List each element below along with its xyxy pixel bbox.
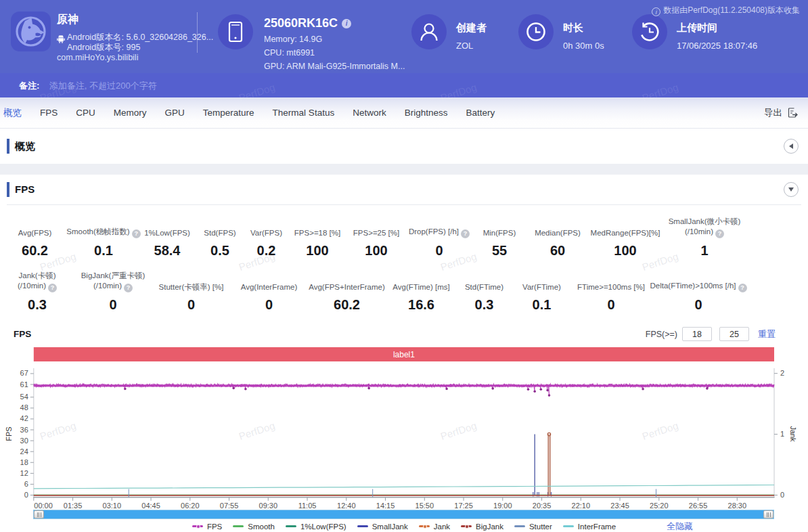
reset-button[interactable]: 重置	[758, 328, 776, 340]
stat-value: 16.6	[386, 297, 456, 313]
stat-label: Avg(InterFrame)	[231, 271, 307, 292]
scrollbar-left-handle[interactable]	[34, 510, 44, 518]
fps-line-chart[interactable]: label16761544842363024181260FPS210Jank00…	[0, 344, 808, 510]
stat-row1-cell: SmallJank(微小卡顿)(/10min)?1	[663, 217, 746, 259]
svg-text:Jank: Jank	[789, 426, 797, 442]
svg-text:48: 48	[20, 403, 28, 412]
stat-value: 60.2	[307, 297, 386, 313]
legend-label: FPS	[207, 523, 222, 531]
legend-marker	[233, 525, 244, 527]
svg-text:label1: label1	[393, 350, 415, 359]
stat-value: 0.1	[70, 243, 137, 259]
stat-value: 100	[290, 243, 345, 259]
upload-time-label: 上传时间	[677, 22, 717, 35]
tab-gpu[interactable]: GPU	[165, 108, 185, 118]
legend-marker	[563, 525, 574, 527]
help-icon[interactable]: ?	[48, 284, 57, 292]
stat-label: Avg(FPS)	[0, 217, 70, 238]
help-icon[interactable]: ?	[461, 229, 470, 238]
note-input-placeholder[interactable]: 添加备注, 不超过200个字符	[49, 81, 157, 91]
tab-概览[interactable]: 概览	[3, 107, 22, 119]
stat-label: FTime>=100ms [%]	[571, 271, 651, 292]
note-bar[interactable]: 备注: 添加备注, 不超过200个字符	[0, 73, 808, 97]
scrollbar-right-handle[interactable]	[763, 510, 773, 518]
tab-cpu[interactable]: CPU	[76, 108, 95, 118]
svg-text:03:10: 03:10	[103, 502, 122, 510]
tab-temperature[interactable]: Temperature	[203, 108, 254, 118]
stat-row2-cell: Std(FTime)0.3	[456, 271, 512, 313]
svg-text:22:10: 22:10	[572, 502, 591, 510]
tab-fps[interactable]: FPS	[40, 108, 58, 118]
svg-text:42: 42	[20, 414, 28, 422]
stat-label: Jank(卡顿)(/10min)?	[0, 271, 74, 292]
svg-text:2: 2	[780, 369, 784, 377]
legend-marker	[286, 525, 296, 527]
fps-threshold-input-2[interactable]	[719, 327, 749, 341]
stat-label: 1%Low(FPS)	[137, 217, 197, 238]
svg-text:23:45: 23:45	[610, 502, 629, 510]
legend-item-fps[interactable]: FPS	[192, 523, 222, 531]
fps-section-divider	[7, 204, 801, 205]
tab-brightness[interactable]: Brightness	[405, 108, 448, 118]
stat-value: 60	[528, 243, 587, 259]
svg-text:0: 0	[24, 491, 28, 499]
tab-thermal-status[interactable]: Thermal Status	[273, 108, 335, 118]
stat-row1-cell: Var(FPS)0.2	[243, 217, 290, 259]
note-label: 备注:	[19, 81, 39, 91]
stat-label: SmallJank(微小卡顿)(/10min)?	[663, 217, 746, 238]
device-info-icon[interactable]: i	[342, 19, 351, 28]
tab-memory[interactable]: Memory	[114, 108, 147, 118]
duration-value: 0h 30m 0s	[563, 41, 604, 51]
chevron-down-icon	[788, 187, 794, 192]
stat-row1-cell: 1%Low(FPS)58.4	[137, 217, 197, 259]
legend-item-bigjank[interactable]: BigJank	[461, 523, 503, 531]
tab-network[interactable]: Network	[353, 108, 386, 118]
overview-collapse-button[interactable]	[784, 139, 799, 154]
stat-label: MedRange(FPS)[%]	[587, 217, 663, 238]
legend-item-interframe[interactable]: InterFrame	[563, 523, 616, 531]
fps-collapse-button[interactable]	[784, 182, 799, 197]
stat-value: 100	[587, 243, 663, 259]
legend-item-stutter[interactable]: Stutter	[514, 523, 552, 531]
stat-value: 100	[345, 243, 407, 259]
stat-value: 0.2	[243, 243, 290, 259]
help-icon[interactable]: ?	[738, 284, 747, 292]
stat-value: 0	[651, 297, 746, 313]
svg-text:61: 61	[20, 380, 28, 389]
duration-label: 时长	[563, 22, 583, 35]
legend-item-jank[interactable]: Jank	[419, 523, 450, 531]
stat-label: Var(FTime)	[512, 271, 571, 292]
stat-row2-cell: Delta(FTime)>100ms [/h]?0	[651, 271, 746, 313]
fps-threshold-controls: FPS(>=) 重置	[646, 327, 776, 341]
help-icon[interactable]: ?	[715, 229, 724, 238]
svg-text:18: 18	[20, 458, 28, 466]
stat-row2-cell: Avg(FPS+InterFrame)60.2	[307, 271, 386, 313]
help-icon[interactable]: ?	[124, 284, 133, 292]
svg-text:06:20: 06:20	[181, 502, 200, 510]
chart-range-scrollbar[interactable]	[33, 510, 774, 519]
legend-item-smooth[interactable]: Smooth	[233, 523, 275, 531]
fps-threshold-input-1[interactable]	[682, 327, 712, 341]
android-version-code: Android版本号: 995	[67, 42, 140, 53]
svg-text:07:55: 07:55	[220, 502, 239, 510]
info-icon: i	[652, 7, 660, 16]
header-divider	[197, 12, 198, 53]
legend-item-smalljank[interactable]: SmallJank	[357, 523, 408, 531]
stat-row1-cell: Drop(FPS) [/h]?0	[407, 217, 471, 259]
stat-label: Median(FPS)	[528, 217, 587, 238]
stat-value: 1	[663, 243, 746, 259]
stat-label: Drop(FPS) [/h]?	[407, 217, 471, 238]
tab-battery[interactable]: Battery	[466, 108, 495, 118]
stat-label: FPS>=18 [%]	[290, 217, 345, 238]
hide-all-button[interactable]: 全隐藏	[667, 520, 693, 532]
device-gpu: GPU: ARM Mali-G925-Immortalis M...	[264, 62, 405, 71]
svg-text:01:35: 01:35	[64, 502, 83, 510]
legend-item-1-low-fps-[interactable]: 1%Low(FPS)	[286, 523, 346, 531]
device-model-row: 25060RK16C i	[264, 16, 351, 30]
overview-accent-bar	[7, 139, 9, 154]
app-package: com.miHoYo.ys.bilibili	[57, 53, 138, 62]
svg-text:24: 24	[20, 447, 28, 456]
export-button[interactable]: 导出	[764, 107, 799, 119]
stat-value: 0	[407, 243, 471, 259]
user-icon	[411, 14, 447, 49]
